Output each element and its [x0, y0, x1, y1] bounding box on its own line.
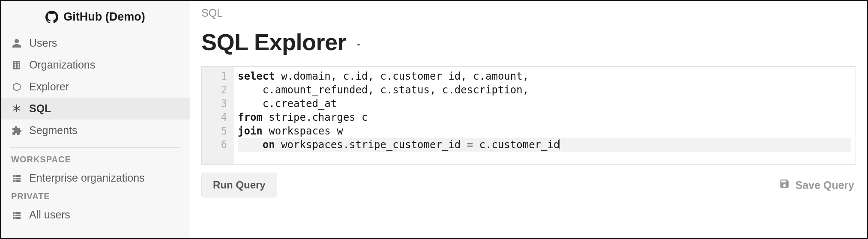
- breadcrumb: SQL: [190, 1, 867, 19]
- workspace-name: GitHub (Demo): [63, 10, 145, 24]
- sidebar-item-label: All users: [29, 207, 70, 222]
- sidebar: GitHub (Demo) UsersOrganizationsExplorer…: [1, 1, 190, 238]
- line-number: 1: [211, 69, 227, 83]
- code-line[interactable]: c.created_at: [238, 97, 851, 111]
- text-cursor: [560, 139, 560, 149]
- code-line[interactable]: join workspaces w: [238, 124, 851, 138]
- code-line[interactable]: select w.domain, c.id, c.customer_id, c.…: [238, 69, 851, 83]
- line-number: 4: [211, 111, 227, 124]
- run-query-button[interactable]: Run Query: [201, 173, 277, 197]
- code-line[interactable]: on workspaces.stripe_customer_id = c.cus…: [238, 138, 851, 152]
- sidebar-item-organizations[interactable]: Organizations: [1, 54, 190, 76]
- sidebar-item-label: Segments: [29, 123, 78, 138]
- sidebar-item-label: SQL: [29, 101, 51, 116]
- github-icon: [45, 11, 58, 24]
- line-number: 6: [211, 138, 227, 152]
- cube-icon: [11, 81, 22, 93]
- divider: [10, 147, 180, 148]
- action-row: Run Query Save Query: [190, 165, 867, 197]
- page-title: SQL Explorer: [201, 29, 346, 55]
- sql-editor[interactable]: 123456 select w.domain, c.id, c.customer…: [201, 66, 856, 165]
- page-title-row[interactable]: SQL Explorer: [190, 19, 867, 66]
- save-icon: [779, 178, 790, 192]
- nav-primary: UsersOrganizationsExplorerSQLSegments: [1, 32, 190, 141]
- save-query-label: Save Query: [795, 179, 854, 191]
- sidebar-item-label: Users: [29, 36, 57, 51]
- building-icon: [11, 60, 22, 71]
- code-line[interactable]: c.amount_refunded, c.status, c.descripti…: [238, 83, 851, 97]
- list-icon: [11, 209, 22, 221]
- sidebar-item-explorer[interactable]: Explorer: [1, 76, 190, 98]
- save-query-button[interactable]: Save Query: [779, 178, 854, 192]
- caret-down-icon: [354, 40, 363, 49]
- sidebar-item-label: Enterprise organizations: [29, 170, 145, 185]
- nav-sections: WORKSPACEEnterprise organizationsPRIVATE…: [1, 152, 190, 226]
- workspace-switcher[interactable]: GitHub (Demo): [1, 5, 190, 32]
- main: SQL SQL Explorer 123456 select w.domain,…: [190, 1, 867, 238]
- puzzle-icon: [11, 125, 22, 136]
- line-number: 5: [211, 124, 227, 138]
- section-header: PRIVATE: [1, 189, 190, 204]
- line-number: 2: [211, 83, 227, 97]
- sidebar-item-label: Organizations: [29, 57, 95, 72]
- code-line[interactable]: from stripe.charges c: [238, 111, 851, 124]
- section-header: WORKSPACE: [1, 152, 190, 167]
- line-number: 3: [211, 97, 227, 111]
- sidebar-item-sql[interactable]: SQL: [1, 98, 190, 120]
- list-icon: [11, 173, 22, 184]
- editor-code[interactable]: select w.domain, c.id, c.customer_id, c.…: [233, 67, 856, 164]
- sidebar-item-all-users[interactable]: All users: [1, 204, 190, 226]
- app-root: GitHub (Demo) UsersOrganizationsExplorer…: [0, 0, 868, 239]
- sidebar-item-enterprise-organizations[interactable]: Enterprise organizations: [1, 167, 190, 189]
- asterisk-icon: [11, 103, 22, 114]
- editor-gutter: 123456: [202, 67, 233, 164]
- user-icon: [11, 38, 22, 49]
- sidebar-item-label: Explorer: [29, 79, 69, 94]
- sidebar-item-users[interactable]: Users: [1, 32, 190, 54]
- sidebar-item-segments[interactable]: Segments: [1, 120, 190, 141]
